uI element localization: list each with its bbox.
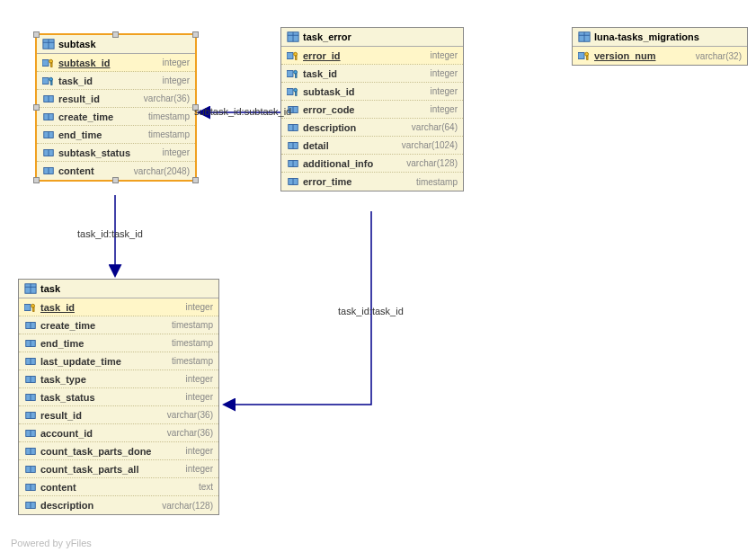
column-row[interactable]: error_codeinteger	[281, 101, 463, 119]
column-name: result_id	[58, 93, 144, 104]
table-header: task	[19, 280, 218, 298]
svg-rect-10	[51, 81, 52, 85]
column-row[interactable]: end_timetimestamp	[37, 126, 195, 144]
column-row[interactable]: additional_infovarchar(128)	[281, 155, 463, 173]
column-row[interactable]: task_idinteger	[281, 65, 463, 83]
table-title: luna-tasks_migrations	[594, 31, 699, 42]
column-type: integer	[185, 446, 213, 456]
column-type: varchar(128)	[406, 158, 458, 168]
column-icon	[287, 139, 299, 152]
column-row[interactable]: result_idvarchar(36)	[19, 406, 218, 424]
column-icon	[24, 481, 37, 494]
column-type: integer	[430, 50, 458, 60]
column-name: create_time	[58, 111, 148, 122]
svg-rect-8	[42, 77, 49, 84]
column-name: end_time	[58, 129, 148, 140]
column-row[interactable]: task_idinteger	[37, 72, 195, 90]
table-subtask[interactable]: subtask subtask_idintegertask_idintegerr…	[36, 34, 196, 181]
column-type: integer	[185, 392, 213, 402]
column-name: description	[40, 500, 162, 511]
column-row[interactable]: task_typeinteger	[19, 370, 218, 388]
task-rows: task_idintegercreate_timetimestampend_ti…	[19, 298, 218, 514]
column-name: description	[303, 122, 412, 133]
column-row[interactable]: last_update_timetimestamp	[19, 352, 218, 370]
table-icon	[42, 38, 55, 50]
svg-rect-52	[24, 304, 31, 310]
column-row[interactable]: count_task_parts_doneinteger	[19, 442, 218, 460]
column-name: subtask_id	[58, 58, 162, 68]
column-row[interactable]: subtask_statusinteger	[37, 144, 195, 162]
column-icon	[24, 373, 37, 386]
column-icon	[42, 111, 55, 123]
foreign-key-icon	[42, 75, 55, 87]
table-migrations[interactable]: luna-tasks_migrations version_numvarchar…	[572, 27, 748, 66]
svg-rect-32	[296, 92, 297, 95]
svg-rect-27	[287, 70, 293, 76]
column-name: create_time	[40, 320, 172, 331]
column-row[interactable]: detailvarchar(1024)	[281, 137, 463, 155]
column-row[interactable]: version_numvarchar(32)	[573, 47, 747, 65]
column-row[interactable]: error_timetimestamp	[281, 173, 463, 191]
column-row[interactable]: task_idinteger	[19, 298, 218, 316]
column-row[interactable]: count_task_parts_allinteger	[19, 460, 218, 478]
table-title: task_error	[303, 31, 351, 42]
column-row[interactable]: error_idinteger	[281, 47, 463, 65]
column-name: last_update_time	[40, 356, 172, 367]
primary-key-icon	[578, 49, 591, 62]
column-type: integer	[185, 464, 213, 474]
table-icon	[287, 31, 299, 43]
column-type: timestamp	[148, 129, 190, 139]
column-row[interactable]: account_idvarchar(36)	[19, 424, 218, 442]
column-name: subtask_status	[58, 147, 162, 158]
column-row[interactable]: create_timetimestamp	[37, 108, 195, 126]
column-row[interactable]: result_idvarchar(36)	[37, 90, 195, 108]
primary-key-icon	[287, 49, 299, 62]
svg-rect-46	[578, 53, 584, 59]
column-type: integer	[162, 58, 190, 67]
column-name: task_id	[58, 76, 162, 86]
column-icon	[24, 391, 37, 404]
column-type: integer	[430, 68, 458, 78]
svg-rect-7	[51, 63, 52, 67]
column-icon	[287, 175, 299, 188]
primary-key-icon	[24, 301, 37, 314]
column-type: timestamp	[148, 111, 190, 121]
column-name: error_time	[303, 176, 416, 187]
column-name: end_time	[40, 338, 172, 349]
table-task[interactable]: task task_idintegercreate_timetimestampe…	[18, 279, 219, 515]
svg-rect-48	[587, 56, 588, 59]
column-type: varchar(36)	[167, 410, 213, 420]
table-task-error[interactable]: task_error error_idintegertask_idinteger…	[280, 27, 464, 191]
column-type: integer	[430, 86, 458, 96]
column-icon	[24, 319, 37, 332]
column-type: timestamp	[172, 338, 213, 348]
svg-rect-54	[33, 307, 34, 311]
column-row[interactable]: subtask_idinteger	[281, 83, 463, 101]
column-type: varchar(36)	[167, 428, 213, 438]
table-header: subtask	[37, 35, 195, 54]
svg-rect-24	[287, 52, 293, 58]
column-name: task_id	[40, 302, 185, 313]
edge-label-e2: task_id:task_id	[77, 228, 143, 239]
primary-key-icon	[42, 57, 55, 69]
column-icon	[24, 463, 37, 476]
column-row[interactable]: subtask_idinteger	[37, 54, 195, 72]
column-type: integer	[185, 302, 213, 312]
column-row[interactable]: descriptionvarchar(64)	[281, 119, 463, 137]
column-name: content	[58, 165, 134, 176]
column-icon	[24, 355, 37, 368]
column-row[interactable]: end_timetimestamp	[19, 334, 218, 352]
foreign-key-icon	[287, 85, 299, 98]
column-row[interactable]: contenttext	[19, 478, 218, 496]
column-type: integer	[162, 76, 190, 85]
column-row[interactable]: create_timetimestamp	[19, 316, 218, 334]
column-icon	[42, 93, 55, 105]
column-icon	[42, 129, 55, 141]
column-type: timestamp	[416, 177, 458, 187]
edge-label-e3: task_id:task_id	[338, 306, 404, 316]
svg-rect-29	[296, 74, 297, 77]
column-name: version_num	[594, 50, 696, 61]
column-row[interactable]: task_statusinteger	[19, 388, 218, 406]
column-name: count_task_parts_done	[40, 446, 185, 457]
column-row[interactable]: descriptionvarchar(128)	[19, 496, 218, 514]
